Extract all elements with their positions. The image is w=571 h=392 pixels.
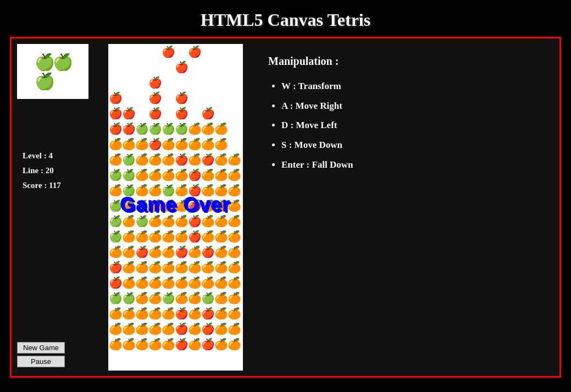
list-item [227,59,240,75]
control-item: D : Move Left [281,115,537,135]
list-item: 🍎 [201,106,214,121]
list-item: 🍎 [108,121,121,136]
table-row: 🍏🍏🍊🍊🍏🍊🍊🍏🍊🍊 [108,290,243,306]
right-panel: Manipulation : W : TransformA : Move Rig… [252,44,554,371]
list-item [214,75,227,90]
list-item: 🍎 [187,44,201,59]
line-stat: Line : 20 [23,163,61,178]
list-item [121,75,135,90]
list-item: 🍎 [161,44,174,59]
list-item: 🍊 [148,306,161,321]
list-item: 🍏 [161,121,174,136]
list-item: 🍊 [214,275,227,290]
list-item [135,59,148,75]
list-item: 🍏 [108,167,121,183]
list-item: 🍎 [108,90,121,106]
list-item [214,90,227,106]
list-item: 🍎 [201,306,214,321]
list-item: 🍊 [161,244,174,260]
list-item: 🍊 [187,306,201,321]
list-item: 🍎 [148,90,161,106]
page-title: HTML5 Canvas Tetris [0,0,571,37]
list-item: 🍊 [121,229,135,244]
list-item [201,44,214,59]
list-item: 🍏 [121,167,135,183]
list-item [187,75,201,90]
table-row: 🍊🍏🍊🍊🍊🍎🍊🍎🍊🍊 [108,152,243,167]
list-item: 🍊 [121,306,135,321]
list-item: 🍊 [187,321,201,336]
list-item: 🍊 [214,321,227,336]
list-item: 🍊 [227,152,240,167]
table-row: 🍏🍏🍊🍊🍊🍊🍎🍊🍊🍊 [108,167,243,183]
pause-button[interactable]: Pause [17,356,65,367]
table-row: 🍎🍎🍏🍏🍏🍏🍊🍊🍊 [108,121,243,136]
list-item: 🍊 [174,136,187,152]
list-item: 🍊 [135,306,148,321]
list-item [135,90,148,106]
list-item: 🍊 [201,260,214,275]
list-item: 🍊 [227,336,240,352]
list-item: 🍊 [174,290,187,306]
list-item: 🍊 [135,136,148,152]
table-row: 🍎🍎🍎🍎🍎 [108,106,243,121]
table-row: 🍎🍊🍊🍊🍊🍊🍊🍊🍊🍊 [108,260,243,275]
list-item: 🍊 [108,321,121,336]
list-item [227,106,240,121]
list-item: 🍏 [121,290,135,306]
list-item: 🍏 [108,290,121,306]
list-item: 🍊 [135,290,148,306]
list-item: 🍊 [108,183,121,198]
list-item: 🍊 [108,336,121,352]
table-row: 🍎 [108,75,243,90]
list-item: 🍊 [148,167,161,183]
list-item: 🍊 [135,167,148,183]
list-item: 🍊 [148,229,161,244]
table-row: 🍊🍊🍊🍊🍊🍎🍊🍎🍊🍊 [108,306,243,321]
list-item: 🍎 [174,90,187,106]
list-item: 🍎 [174,244,187,260]
list-item: 🍊 [187,136,201,152]
list-item: 🍊 [161,336,174,352]
list-item: 🍎 [174,106,187,121]
list-item: 🍊 [121,136,135,152]
list-item: 🍊 [201,275,214,290]
list-item: 🍎 [174,336,187,352]
list-item: 🍊 [214,260,227,275]
list-item: 🍊 [187,260,201,275]
list-item: 🍊 [214,306,227,321]
score-stat: Score : 117 [23,178,61,193]
list-item: 🍊 [227,167,240,183]
list-item [214,106,227,121]
list-item: 🍊 [214,244,227,260]
control-item: Enter : Fall Down [281,155,537,175]
list-item: 🍊 [214,152,227,167]
list-item [108,59,121,75]
list-item: 🍏 [121,152,135,167]
list-item: 🍊 [135,336,148,352]
list-item: 🍊 [161,275,174,290]
list-item: 🍎 [148,136,161,152]
list-item: 🍊 [214,167,227,183]
list-item: 🍏 [148,121,161,136]
list-item [121,90,135,106]
list-item: 🍊 [121,321,135,336]
table-row: 🍊🍊🍎🍊🍊🍎🍊🍎🍊🍊 [108,244,243,260]
list-item: 🍊 [135,152,148,167]
list-item [161,75,174,90]
manipulation-title: Manipulation : [268,55,537,68]
list-item: 🍊 [174,260,187,275]
list-item: 🍊 [121,336,135,352]
list-item [227,136,240,152]
list-item: 🍏 [108,229,121,244]
table-row: 🍎🍊🍊🍊🍊🍊🍊🍊🍊🍊 [108,275,243,290]
new-game-button[interactable]: New Game [17,342,65,354]
list-item: 🍎 [201,152,214,167]
list-item: 🍊 [148,321,161,336]
list-item: 🍊 [214,336,227,352]
list-item: 🍎 [148,75,161,90]
list-item: 🍊 [148,152,161,167]
list-item: 🍊 [214,229,227,244]
list-item: 🍎 [135,244,148,260]
game-container: 🍏🍏🍏 Level : 4 Line : 20 Score : 117 New … [10,37,561,378]
